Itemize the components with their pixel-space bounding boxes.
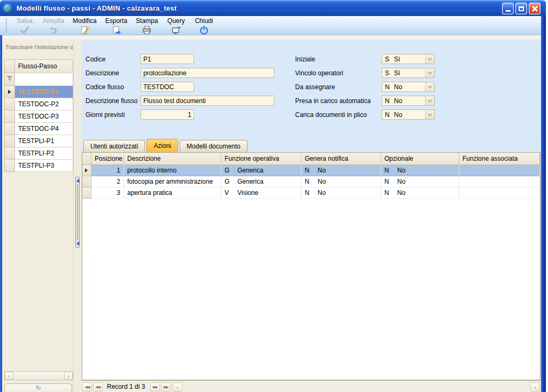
grid-header-row: Flusso-Passo (4, 59, 73, 73)
flusso-passo-grid: Flusso-Passo TESTDOC-P1 TESTDOC-P2 (4, 59, 73, 172)
dropdown-button[interactable] (425, 82, 434, 91)
splitter-collapse-handle[interactable] (75, 177, 80, 248)
scroll-right-icon[interactable]: › (64, 372, 73, 380)
codice-row: Codice (86, 54, 105, 64)
value: No (397, 189, 405, 197)
title-bar: Modelli flusso - passi - ADMIN - calzava… (0, 0, 546, 16)
annulla-button[interactable]: Annulla (38, 16, 68, 35)
stampa-button[interactable]: Stampa (132, 16, 162, 35)
sidebar-row-testpli-p1[interactable]: TESTPLI-P1 (4, 135, 73, 147)
col-posizione[interactable]: Posizione (91, 153, 124, 165)
value: No (397, 178, 405, 185)
codice-label: Codice (86, 56, 105, 63)
combo-value: No (394, 83, 425, 91)
col-funzione-operativa[interactable]: Funzione operativa (221, 153, 302, 165)
tab-modelli-documento[interactable]: Modelli documento (180, 140, 248, 152)
window-scrollbar-right[interactable] (541, 15, 546, 392)
da-assegnare-row: Da assegnare (295, 82, 335, 92)
next-record-button[interactable]: ▶▶ (150, 382, 160, 391)
first-record-button[interactable]: ◀◀ (82, 382, 92, 391)
sidebar-row-testpli-p2[interactable]: TESTPLI-P2 (4, 147, 73, 160)
collapse-arrow-icon (76, 241, 79, 246)
value: Visione (237, 189, 258, 197)
tab-azioni[interactable]: Azioni (146, 139, 178, 152)
window-controls (502, 3, 541, 14)
table-row[interactable]: 2 fotocopia per amministrazione GGeneric… (82, 176, 540, 187)
maximize-button[interactable] (515, 3, 527, 14)
sidebar-row-testpli-p3[interactable]: TESTPLI-P3 (4, 160, 73, 172)
sidebar-row-label[interactable]: TESTPLI-P1 (15, 135, 73, 147)
close-button[interactable] (529, 3, 541, 14)
presa-in-carico-combo[interactable]: N No (382, 96, 435, 106)
close-icon (531, 5, 538, 12)
group-by-hint: Trascinare l'intestazione d (5, 44, 73, 50)
sidebar-row-label[interactable]: TESTPLI-P2 (15, 147, 73, 160)
dropdown-button[interactable] (425, 110, 434, 119)
column-header-flusso-passo[interactable]: Flusso-Passo (15, 59, 73, 73)
salva-button[interactable]: Salva (11, 16, 38, 35)
prev-record-button[interactable]: ◀◀ (93, 382, 103, 391)
sidebar-row-label[interactable]: TESTPLI-P3 (15, 160, 73, 172)
vincolo-operatori-combo[interactable]: S Sì (382, 68, 435, 78)
code: N (384, 167, 397, 174)
descrizione-field[interactable]: protocollazione (141, 68, 274, 78)
dropdown-button[interactable] (425, 68, 434, 77)
toolbar-grip[interactable] (5, 18, 7, 33)
save-check-icon (20, 25, 29, 35)
dropdown-button[interactable] (425, 96, 434, 105)
last-record-button[interactable]: ▶▶ (161, 382, 171, 391)
row-selector-cell (82, 165, 91, 176)
maximize-icon (519, 6, 524, 11)
carica-documenti-combo[interactable]: N No (382, 109, 435, 120)
minimize-button[interactable] (502, 3, 514, 14)
sidebar-horizontal-scrollbar[interactable]: ‹ › (4, 371, 73, 380)
giorni-previsti-field[interactable]: 1 (141, 109, 194, 120)
query-label: Query (167, 17, 185, 25)
modifica-button[interactable]: Modifica (68, 16, 101, 35)
cell-funzione-operativa: GGenerica (221, 165, 302, 176)
stampa-label: Stampa (136, 17, 158, 25)
tab-utenti-autorizzati[interactable]: Utenti autorizzati (83, 140, 145, 152)
panel-splitter[interactable] (74, 40, 81, 392)
codice-flusso-field[interactable]: TESTDOC (141, 82, 194, 92)
combo-code: N (382, 83, 394, 91)
table-row[interactable]: 1 protocollo interno GGenerica NNo NNo (82, 165, 540, 176)
sidebar-bottom-button[interactable]: ↻ (4, 383, 72, 392)
codice-field[interactable]: P1 (141, 54, 194, 64)
code: N (384, 178, 397, 185)
filter-input[interactable] (15, 73, 73, 86)
descrizione-flusso-field[interactable]: Flusso test documenti (141, 96, 274, 106)
da-assegnare-label: Da assegnare (295, 83, 335, 91)
sidebar-row-testdoc-p3[interactable]: TESTDOC-P3 (4, 111, 73, 123)
esporta-button[interactable]: Esporta (101, 16, 132, 35)
header-selector-cell (4, 59, 15, 73)
da-assegnare-combo[interactable]: N No (382, 82, 435, 92)
sidebar-row-testdoc-p1[interactable]: TESTDOC-P1 (4, 86, 73, 98)
col-descrizione[interactable]: Descrizione (124, 153, 221, 165)
col-genera-notifica[interactable]: Genera notifica (302, 153, 381, 165)
sidebar-row-label[interactable]: TESTDOC-P1 (15, 86, 73, 98)
scroll-left-icon[interactable]: ‹ (5, 372, 13, 380)
query-button[interactable]: Query (162, 16, 190, 35)
row-selector-cell (4, 86, 15, 98)
sidebar-row-testdoc-p2[interactable]: TESTDOC-P2 (4, 98, 73, 111)
hscroll-right-icon[interactable]: › (530, 382, 540, 391)
value: No (318, 167, 326, 174)
sidebar-row-testdoc-p4[interactable]: TESTDOC-P4 (4, 123, 73, 135)
descrizione-flusso-row: Descrizione flusso (86, 96, 137, 106)
azioni-table: Posizione Descrizione Funzione operativa… (82, 152, 541, 380)
dropdown-button[interactable] (425, 54, 434, 64)
hscroll-left-icon[interactable]: ‹ (173, 382, 182, 391)
sidebar-row-label[interactable]: TESTDOC-P2 (15, 98, 73, 111)
sidebar-row-label[interactable]: TESTDOC-P3 (15, 111, 73, 123)
col-funzione-associata[interactable]: Funzione associata (459, 153, 540, 165)
carica-documenti-row: Carica documenti in plico (295, 109, 367, 120)
chiudi-button[interactable]: Chiudi (190, 16, 218, 35)
descrizione-label: Descrizione (86, 69, 119, 77)
sidebar-row-label[interactable]: TESTDOC-P4 (15, 123, 73, 135)
cell-funzione-associata (459, 176, 540, 187)
iniziale-combo[interactable]: S Sì (382, 54, 435, 64)
col-opzionale[interactable]: Opzionale (381, 153, 459, 165)
code: N (305, 167, 318, 174)
table-row[interactable]: 3 apertura pratica VVisione NNo NNo (82, 187, 540, 199)
